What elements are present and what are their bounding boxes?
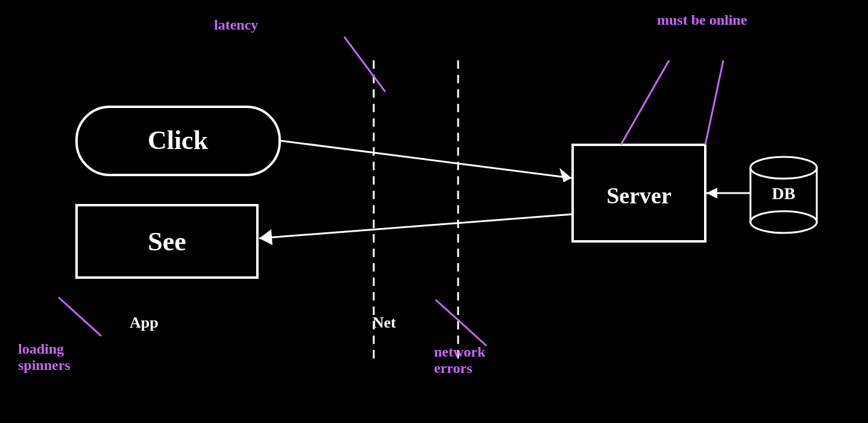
- svg-line-14: [259, 214, 573, 238]
- network-errors-label: networkerrors: [434, 344, 485, 377]
- svg-marker-13: [559, 168, 571, 182]
- svg-text:Click: Click: [148, 126, 209, 155]
- svg-marker-17: [706, 188, 717, 199]
- app-label: App: [130, 314, 159, 332]
- diagram-container: Click See Server DB: [0, 0, 868, 423]
- latency-label: latency: [214, 17, 258, 33]
- svg-point-10: [750, 211, 817, 233]
- must-be-online-label: must be online: [657, 12, 747, 28]
- svg-point-9: [750, 157, 817, 179]
- svg-text:DB: DB: [772, 184, 796, 203]
- svg-line-22: [705, 60, 723, 145]
- svg-marker-15: [259, 229, 272, 245]
- net-label: Net: [373, 314, 396, 332]
- loading-spinners-label: loadingspinners: [18, 341, 71, 374]
- svg-line-21: [621, 60, 669, 145]
- svg-line-18: [344, 34, 385, 95]
- svg-line-12: [280, 141, 571, 178]
- svg-text:Server: Server: [606, 183, 671, 208]
- svg-line-20: [58, 294, 101, 339]
- svg-text:See: See: [148, 227, 186, 256]
